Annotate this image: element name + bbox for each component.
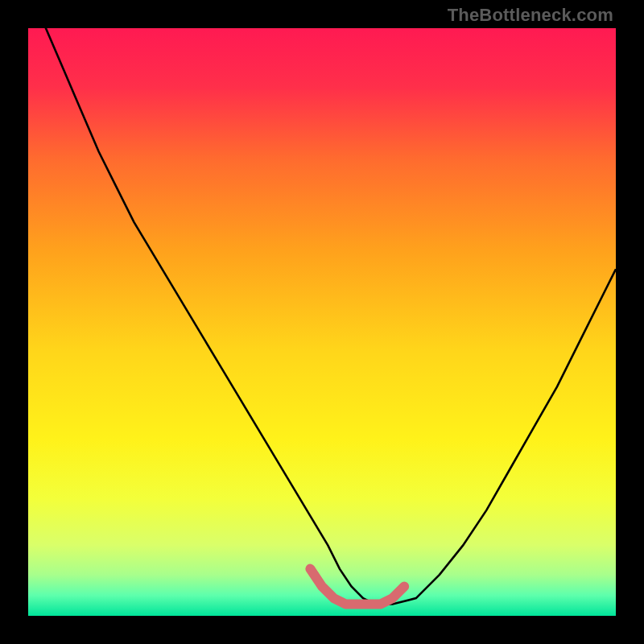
chart-frame: TheBottleneck.com <box>0 0 644 644</box>
plot-area <box>28 28 616 616</box>
bottom-highlight <box>28 28 616 616</box>
watermark-text: TheBottleneck.com <box>448 5 613 26</box>
